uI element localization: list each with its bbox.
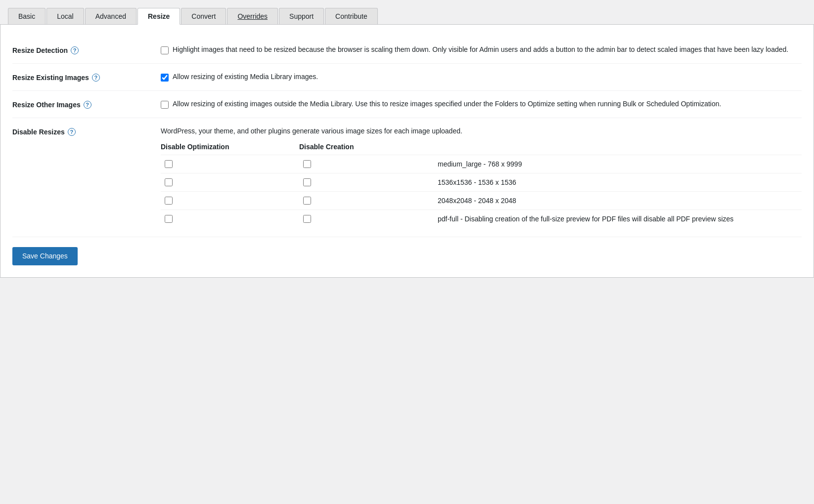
resize-existing-help-icon[interactable]: ?	[92, 74, 100, 82]
resize-existing-checkbox[interactable]	[161, 74, 169, 82]
2048-disable-opt-checkbox[interactable]	[165, 197, 173, 205]
size-row-pdf-full: pdf-full - Disabling creation of the ful…	[161, 210, 802, 228]
medium-large-size-label: medium_large - 768 x 9999	[438, 160, 802, 168]
pdf-full-size-label: pdf-full - Disabling creation of the ful…	[438, 215, 802, 223]
1536-disable-opt-checkbox[interactable]	[165, 178, 173, 186]
tab-contribute[interactable]: Contribute	[325, 8, 378, 24]
resize-other-checkbox-row: Allow resizing of existing images outsid…	[161, 100, 802, 109]
1536-creation-cell	[299, 178, 438, 186]
disable-resizes-row: Disable Resizes ? WordPress, your theme,…	[12, 118, 802, 237]
1536-size-label: 1536x1536 - 1536 x 1536	[438, 178, 802, 186]
col-header-disable-creation: Disable Creation	[299, 143, 438, 151]
resize-detection-checkbox-row: Highlight images that need to be resized…	[161, 45, 802, 54]
resize-detection-control: Highlight images that need to be resized…	[161, 45, 802, 54]
resize-existing-label: Resize Existing Images ?	[12, 73, 161, 82]
settings-content: Resize Detection ? Highlight images that…	[0, 25, 814, 278]
tab-support[interactable]: Support	[279, 8, 324, 24]
tabs-bar: Basic Local Advanced Resize Convert Over…	[0, 0, 814, 25]
medium-large-disable-opt-checkbox[interactable]	[165, 160, 173, 168]
resize-other-control: Allow resizing of existing images outsid…	[161, 100, 802, 109]
resize-other-description: Allow resizing of existing images outsid…	[173, 100, 721, 108]
disable-resizes-help-icon[interactable]: ?	[68, 128, 76, 136]
tab-advanced[interactable]: Advanced	[85, 8, 136, 24]
1536-opt-cell	[161, 178, 299, 186]
size-row-medium-large: medium_large - 768 x 9999	[161, 155, 802, 173]
resize-existing-description: Allow resizing of existing Media Library…	[173, 73, 318, 81]
size-row-2048x2048: 2048x2048 - 2048 x 2048	[161, 191, 802, 210]
2048-creation-cell	[299, 197, 438, 205]
resize-detection-label: Resize Detection ?	[12, 45, 161, 54]
resize-other-help-icon[interactable]: ?	[84, 101, 91, 109]
save-changes-button[interactable]: Save Changes	[12, 247, 78, 265]
2048-disable-creation-checkbox[interactable]	[303, 197, 311, 205]
tab-overrides[interactable]: Overrides	[227, 8, 278, 24]
2048-size-label: 2048x2048 - 2048 x 2048	[438, 197, 802, 205]
2048-opt-cell	[161, 197, 299, 205]
resize-existing-row: Resize Existing Images ? Allow resizing …	[12, 64, 802, 91]
pdf-full-disable-opt-checkbox[interactable]	[165, 215, 173, 223]
resize-existing-control: Allow resizing of existing Media Library…	[161, 73, 802, 82]
disable-resizes-description: WordPress, your theme, and other plugins…	[161, 127, 802, 135]
pdf-full-disable-creation-checkbox[interactable]	[303, 215, 311, 223]
save-bar: Save Changes	[12, 237, 802, 265]
resize-detection-help-icon[interactable]: ?	[71, 46, 79, 54]
resize-detection-row: Resize Detection ? Highlight images that…	[12, 37, 802, 64]
tab-convert[interactable]: Convert	[181, 8, 226, 24]
pdf-full-creation-cell	[299, 215, 438, 223]
disable-resizes-label: Disable Resizes ?	[12, 127, 161, 136]
1536-disable-creation-checkbox[interactable]	[303, 178, 311, 186]
size-row-1536x1536: 1536x1536 - 1536 x 1536	[161, 173, 802, 191]
resize-existing-checkbox-row: Allow resizing of existing Media Library…	[161, 73, 802, 82]
page-wrapper: Basic Local Advanced Resize Convert Over…	[0, 0, 814, 504]
medium-large-creation-cell	[299, 160, 438, 168]
resize-other-row: Resize Other Images ? Allow resizing of …	[12, 91, 802, 118]
disable-resizes-headers: Disable Optimization Disable Creation	[161, 143, 802, 151]
tab-local[interactable]: Local	[46, 8, 84, 24]
resize-detection-description: Highlight images that need to be resized…	[173, 45, 788, 53]
medium-large-opt-cell	[161, 160, 299, 168]
pdf-full-opt-cell	[161, 215, 299, 223]
tab-basic[interactable]: Basic	[8, 8, 45, 24]
col-header-disable-opt: Disable Optimization	[161, 143, 299, 151]
tab-resize[interactable]: Resize	[137, 8, 180, 25]
resize-detection-checkbox[interactable]	[161, 46, 169, 54]
disable-resizes-control: WordPress, your theme, and other plugins…	[161, 127, 802, 228]
resize-other-label: Resize Other Images ?	[12, 100, 161, 109]
medium-large-disable-creation-checkbox[interactable]	[303, 160, 311, 168]
resize-other-checkbox[interactable]	[161, 101, 169, 109]
col-header-size-name	[438, 143, 802, 151]
